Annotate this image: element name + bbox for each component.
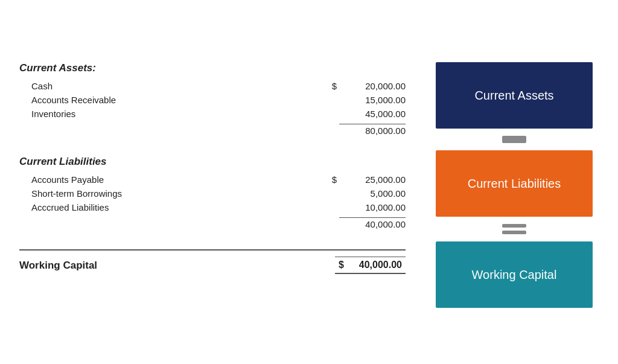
item-amount: 5,000.00	[339, 188, 406, 199]
current-liabilities-box-label: Current Liabilities	[468, 177, 561, 191]
current-liabilities-section: Current Liabilities Accounts Payable $ 2…	[19, 156, 406, 231]
main-container: Current Assets: Cash $ 20,000.00 Account…	[19, 44, 599, 320]
list-item: Inventories 45,000.00	[19, 107, 406, 121]
right-panel: Current Assets Current Liabilities Worki…	[430, 56, 599, 308]
subtotal-row: 40,000.00	[19, 214, 406, 231]
connector-double	[502, 224, 526, 234]
working-capital-label: Working Capital	[19, 260, 97, 272]
list-item: Cash $ 20,000.00	[19, 79, 406, 93]
connector-bar	[502, 224, 526, 228]
dollar-sign	[325, 95, 337, 105]
connector-bar	[502, 231, 526, 234]
item-amount: 25,000.00	[339, 174, 406, 185]
item-amount: 10,000.00	[339, 202, 406, 212]
item-label: Short-term Borrowings	[31, 188, 325, 199]
dollar-sign: $	[325, 81, 337, 91]
dollar-sign	[325, 202, 337, 212]
connector-single	[502, 136, 526, 143]
list-item: Accounts Receivable 15,000.00	[19, 93, 406, 107]
current-assets-box: Current Assets	[436, 62, 593, 129]
working-capital-amount: 40,000.00	[348, 260, 402, 270]
list-item: Short-term Borrowings 5,000.00	[19, 187, 406, 200]
list-item: Acccrued Liabilities 10,000.00	[19, 200, 406, 214]
item-label: Inventories	[31, 109, 325, 119]
dollar-sign	[325, 109, 337, 119]
left-panel: Current Assets: Cash $ 20,000.00 Account…	[19, 56, 406, 283]
current-assets-box-label: Current Assets	[474, 89, 553, 103]
dollar-sign: $	[339, 260, 344, 270]
subtotal-amount: 80,000.00	[339, 124, 406, 136]
item-label: Accounts Payable	[31, 174, 325, 185]
item-label: Acccrued Liabilities	[31, 202, 325, 212]
current-liabilities-box: Current Liabilities	[436, 150, 593, 217]
item-amount: 20,000.00	[339, 81, 406, 91]
current-assets-section: Current Assets: Cash $ 20,000.00 Account…	[19, 62, 406, 138]
working-capital-box: Working Capital	[436, 241, 593, 308]
subtotal-row: 80,000.00	[19, 121, 406, 138]
dollar-sign: $	[325, 174, 337, 185]
item-amount: 45,000.00	[339, 109, 406, 119]
item-amount: 15,000.00	[339, 95, 406, 105]
current-liabilities-title: Current Liabilities	[19, 156, 406, 168]
item-label: Accounts Receivable	[31, 95, 325, 105]
list-item: Accounts Payable $ 25,000.00	[19, 173, 406, 187]
item-label: Cash	[31, 81, 325, 91]
subtotal-amount: 40,000.00	[339, 217, 406, 229]
current-assets-title: Current Assets:	[19, 62, 406, 74]
working-capital-box-label: Working Capital	[472, 268, 557, 282]
working-capital-row: Working Capital $ 40,000.00	[19, 249, 406, 276]
working-capital-value-box: $ 40,000.00	[335, 257, 406, 274]
dollar-sign	[325, 188, 337, 199]
